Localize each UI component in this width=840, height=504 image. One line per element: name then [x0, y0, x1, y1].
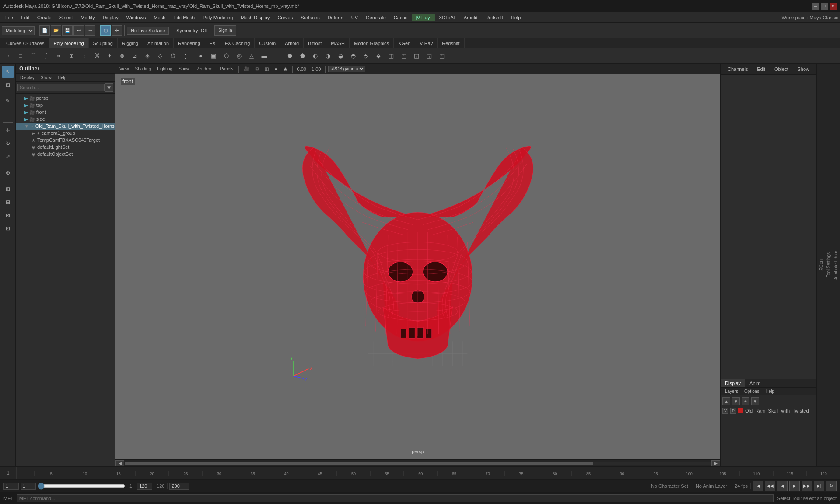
tree-item-default-light-set[interactable]: ◉ defaultLightSet	[16, 144, 115, 150]
paint-tool-button[interactable]: ✎	[2, 95, 14, 107]
outliner-help-menu[interactable]: Help	[55, 75, 70, 80]
tab-vray[interactable]: V-Ray	[415, 38, 438, 48]
tree-item-tempcam[interactable]: ★ TempCamFBXASC046Target	[16, 136, 115, 144]
anim-tab[interactable]: Anim	[745, 379, 765, 387]
menu-generate[interactable]: Generate	[362, 14, 389, 21]
plane-icon[interactable]: ▬	[258, 50, 270, 62]
tab-custom[interactable]: Custom	[255, 38, 280, 48]
tab-show[interactable]: Show	[794, 66, 813, 73]
sphere-icon[interactable]: ●	[195, 50, 207, 62]
tab-motion-graphics[interactable]: Motion Graphics	[350, 38, 394, 48]
gamma-select[interactable]: sRGB gamma	[328, 66, 365, 72]
geo2-icon[interactable]: ⬟	[296, 50, 308, 62]
tab-animation[interactable]: Animation	[143, 38, 174, 48]
loop-btn[interactable]: ↻	[826, 481, 836, 491]
xgen-tab[interactable]: XGen	[818, 258, 824, 273]
layer-color-swatch[interactable]	[738, 408, 743, 413]
tool13-icon[interactable]: ⌬	[167, 50, 179, 62]
helix-icon[interactable]: ⊹	[271, 50, 283, 62]
vp-renderer-menu[interactable]: Renderer	[193, 66, 216, 72]
tab-mash[interactable]: MASH	[326, 38, 350, 48]
move-tool-button[interactable]: ✛	[2, 124, 14, 136]
menu-arnold[interactable]: Arnold	[460, 14, 481, 21]
layout-btn3[interactable]: ⊠	[2, 209, 14, 221]
geo11-icon[interactable]: ◱	[410, 50, 423, 62]
menu-cache[interactable]: Cache	[390, 14, 411, 21]
menu-uv[interactable]: UV	[348, 14, 361, 21]
select-mode-button[interactable]: ▢	[100, 25, 111, 36]
prev-key-btn[interactable]: ◀◀	[765, 481, 775, 491]
vp-view-menu[interactable]: View	[117, 66, 131, 72]
viewport-canvas[interactable]: front	[116, 74, 720, 459]
menu-curves[interactable]: Curves	[274, 14, 296, 21]
tab-bifrost[interactable]: Bifrost	[304, 38, 326, 48]
tab-edit[interactable]: Edit	[753, 66, 769, 73]
box-tool-icon[interactable]: □	[14, 50, 27, 62]
tab-sculpting[interactable]: Sculpting	[89, 38, 118, 48]
menu-modify[interactable]: Modify	[77, 14, 98, 21]
open-button[interactable]: 📂	[51, 25, 61, 36]
tab-channels[interactable]: Channels	[724, 66, 751, 73]
layout-btn4[interactable]: ⊡	[2, 222, 14, 234]
max-range-field[interactable]	[169, 483, 189, 490]
menu-edit[interactable]: Edit	[18, 14, 33, 21]
layer-scroll-up[interactable]: ▲	[722, 397, 730, 405]
menu-surfaces[interactable]: Surfaces	[297, 14, 323, 21]
search-options-button[interactable]: ▼	[105, 83, 113, 92]
tree-item-ram-skull[interactable]: ▼ ✦ Old_Ram_Skull_with_Twisted_Horns...	[16, 122, 115, 130]
frame-slider[interactable]	[38, 483, 125, 490]
start-frame-btn[interactable]: |◀	[752, 481, 763, 491]
geo7-icon[interactable]: ⬘	[360, 50, 372, 62]
tab-rigging[interactable]: Rigging	[118, 38, 143, 48]
layer-playback-toggle[interactable]: P	[730, 408, 736, 414]
outliner-display-menu[interactable]: Display	[18, 75, 37, 80]
scroll-right-btn[interactable]: ▶	[711, 460, 720, 466]
viewport-scrollbar[interactable]: ◀ ▶	[116, 459, 720, 466]
scale-tool-button[interactable]: ⤢	[2, 150, 14, 163]
tree-item-top[interactable]: ▶ 🎥 top	[16, 102, 115, 108]
layout-btn1[interactable]: ⊞	[2, 183, 14, 195]
geo13-icon[interactable]: ◳	[436, 50, 448, 62]
curve-tool-icon[interactable]: ∫	[40, 50, 52, 62]
menu-mesh-tools[interactable]: Poly Modeling	[199, 14, 236, 21]
menu-edit-mesh[interactable]: Edit Mesh	[170, 14, 198, 21]
menu-select[interactable]: Select	[56, 14, 77, 21]
geo3-icon[interactable]: ◐	[309, 50, 321, 62]
attr-editor-tab[interactable]: Attribute Editor	[833, 249, 839, 281]
new-button[interactable]: 📄	[39, 25, 50, 36]
torus-icon[interactable]: ◎	[233, 50, 245, 62]
menu-help[interactable]: Help	[508, 14, 525, 21]
tool6-icon[interactable]: ⌇	[78, 50, 90, 62]
tool11-icon[interactable]: ◈	[141, 50, 154, 62]
tree-item-camera1-group[interactable]: ▶ ✦ camera1_group	[16, 130, 115, 136]
geo4-icon[interactable]: ◑	[322, 50, 334, 62]
tool8-icon[interactable]: ✦	[103, 50, 116, 62]
vp-panels-menu[interactable]: Panels	[218, 66, 236, 72]
timeline[interactable]: 1 51015202530354045505560657075808590951…	[0, 466, 840, 480]
prev-frame-btn[interactable]: ◀	[777, 481, 788, 491]
vp-shading-menu[interactable]: Shading	[133, 66, 154, 72]
undo-button[interactable]: ↩	[74, 25, 84, 36]
tab-arnold[interactable]: Arnold	[280, 38, 304, 48]
frame-start-field[interactable]	[4, 483, 19, 490]
geo8-icon[interactable]: ⬙	[372, 50, 385, 62]
vp-lighting-menu[interactable]: Lighting	[155, 66, 175, 72]
tab-poly-modeling[interactable]: Poly Modeling	[49, 38, 88, 48]
tab-xgen[interactable]: XGen	[394, 38, 415, 48]
cone-icon[interactable]: △	[245, 50, 258, 62]
end-frame-btn[interactable]: ▶|	[814, 481, 824, 491]
close-button[interactable]: ✕	[830, 3, 836, 10]
bezier-icon[interactable]: ≈	[52, 50, 65, 62]
vp-grid-btn[interactable]: ⊞	[253, 66, 261, 72]
tree-item-default-object-set[interactable]: ◉ defaultObjectSet	[16, 150, 115, 158]
scroll-thumb[interactable]	[125, 462, 593, 465]
tool9-icon[interactable]: ⊗	[116, 50, 128, 62]
tab-rendering[interactable]: Rendering	[174, 38, 205, 48]
geo12-icon[interactable]: ◲	[423, 50, 435, 62]
cube-icon[interactable]: ▣	[207, 50, 220, 62]
frame-end-field[interactable]	[137, 483, 152, 490]
workspace-select[interactable]: Modeling	[2, 26, 35, 35]
menu-create[interactable]: Create	[34, 14, 55, 21]
tab-curves-surfaces[interactable]: Curves / Surfaces	[2, 38, 49, 48]
menu-mesh-display[interactable]: Mesh Display	[237, 14, 273, 21]
